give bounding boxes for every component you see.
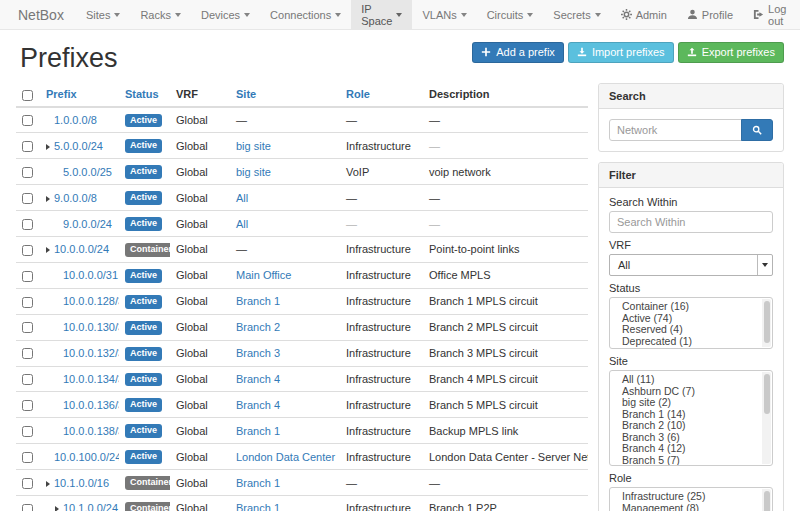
- prefix-link[interactable]: 9.0.0.0/24: [63, 218, 112, 230]
- select-option[interactable]: Reserved (4): [610, 324, 772, 336]
- select-option[interactable]: Branch 5 (7): [610, 455, 772, 467]
- row-checkbox[interactable]: [22, 348, 33, 359]
- select-option[interactable]: Active (74): [610, 313, 772, 325]
- select-option[interactable]: Deprecated (1): [610, 336, 772, 348]
- select-option[interactable]: Container (16): [610, 301, 772, 313]
- nav-item-secrets[interactable]: Secrets: [543, 0, 610, 29]
- expand-arrow-icon: [46, 144, 50, 150]
- prefix-link[interactable]: 10.0.0.138/31: [63, 425, 119, 437]
- row-checkbox[interactable]: [22, 271, 33, 282]
- select-option[interactable]: Infrastructure (25): [610, 491, 772, 503]
- select-option[interactable]: Branch 2 (10): [610, 420, 772, 432]
- select-option[interactable]: Management (8): [610, 503, 772, 511]
- nav-item-admin[interactable]: Admin: [611, 0, 677, 29]
- row-checkbox[interactable]: [22, 167, 33, 178]
- site-link[interactable]: Branch 4: [236, 373, 280, 385]
- prefix-link[interactable]: 5.0.0.0/24: [54, 140, 103, 152]
- select-option[interactable]: big site (2): [610, 397, 772, 409]
- site-multiselect[interactable]: All (11)Ashburn DC (7)big site (2)Branch…: [609, 370, 773, 466]
- row-checkbox[interactable]: [22, 115, 33, 126]
- scrollbar-thumb[interactable]: [764, 374, 770, 414]
- nav-item-connections[interactable]: Connections: [260, 0, 351, 29]
- nav-item-racks[interactable]: Racks: [130, 0, 191, 29]
- nav-item-sites[interactable]: Sites: [76, 0, 130, 29]
- column-header-role[interactable]: Role: [340, 83, 423, 107]
- site-link[interactable]: big site: [236, 166, 271, 178]
- prefix-link[interactable]: 10.0.0.0/31: [63, 269, 118, 281]
- row-checkbox[interactable]: [22, 245, 33, 256]
- status-label: Status: [609, 282, 773, 294]
- prefix-link[interactable]: 9.0.0.0/8: [54, 192, 97, 204]
- select-option[interactable]: Branch 3 (6): [610, 432, 772, 444]
- scrollbar-thumb[interactable]: [764, 301, 770, 343]
- search-button[interactable]: [741, 119, 773, 141]
- nav-item-vlans[interactable]: VLANs: [412, 0, 476, 29]
- site-link[interactable]: Branch 2: [236, 321, 280, 333]
- status-multiselect[interactable]: Container (16)Active (74)Reserved (4)Dep…: [609, 297, 773, 349]
- row-checkbox[interactable]: [22, 400, 33, 411]
- row-checkbox[interactable]: [22, 478, 33, 489]
- row-checkbox[interactable]: [22, 374, 33, 385]
- scrollbar[interactable]: [762, 299, 771, 347]
- import-prefixes-button[interactable]: Import prefixes: [568, 42, 674, 63]
- site-link[interactable]: Branch 3: [236, 347, 280, 359]
- prefix-link[interactable]: 10.0.0.136/31: [63, 399, 119, 411]
- prefix-link[interactable]: 10.0.0.132/31: [63, 347, 119, 359]
- scrollbar[interactable]: [762, 372, 771, 464]
- site-link[interactable]: All: [236, 218, 248, 230]
- prefix-link[interactable]: 10.0.100.0/24: [54, 451, 119, 463]
- column-header-prefix[interactable]: Prefix: [40, 83, 119, 107]
- scrollbar[interactable]: [762, 489, 771, 511]
- nav-item-circuits[interactable]: Circuits: [477, 0, 544, 29]
- scrollbar-thumb[interactable]: [764, 491, 770, 511]
- search-input[interactable]: [609, 119, 742, 141]
- row-checkbox[interactable]: [22, 193, 33, 204]
- row-checkbox[interactable]: [22, 452, 33, 463]
- site-link[interactable]: Branch 1: [236, 425, 280, 437]
- nav-item-ip-space[interactable]: IP Space: [351, 0, 412, 29]
- prefix-link[interactable]: 1.0.0.0/8: [54, 114, 97, 126]
- row-checkbox[interactable]: [22, 322, 33, 333]
- site-link[interactable]: All: [236, 192, 248, 204]
- site-link[interactable]: London Data Center: [236, 451, 335, 463]
- select-option[interactable]: Branch 1 (14): [610, 409, 772, 421]
- row-checkbox[interactable]: [22, 297, 33, 308]
- add-prefix-button[interactable]: Add a prefix: [472, 42, 564, 63]
- select-option[interactable]: Branch 4 (12): [610, 443, 772, 455]
- prefix-link[interactable]: 5.0.0.0/25: [63, 166, 112, 178]
- site-value: —: [236, 114, 247, 126]
- select-option[interactable]: Ashburn DC (7): [610, 386, 772, 398]
- row-checkbox[interactable]: [22, 504, 33, 511]
- prefix-link[interactable]: 10.0.0.130/31: [63, 321, 119, 333]
- role-label: Role: [609, 472, 773, 484]
- import-prefixes-label: Import prefixes: [592, 46, 665, 58]
- status-badge: Active: [125, 347, 162, 361]
- row-checkbox[interactable]: [22, 426, 33, 437]
- prefix-link[interactable]: 10.0.0.134/31: [63, 373, 119, 385]
- search-within-input[interactable]: [609, 211, 773, 233]
- column-header-site[interactable]: Site: [230, 83, 340, 107]
- select-option[interactable]: All (11): [610, 374, 772, 386]
- prefix-link[interactable]: 10.1.0.0/16: [54, 477, 109, 489]
- site-link[interactable]: Branch 1: [236, 295, 280, 307]
- nav-item-profile[interactable]: Profile: [677, 0, 743, 29]
- nav-item-devices[interactable]: Devices: [191, 0, 260, 29]
- site-link[interactable]: Main Office: [236, 269, 291, 281]
- column-header-status[interactable]: Status: [119, 83, 170, 107]
- prefix-link[interactable]: 10.0.0.128/31: [63, 295, 119, 307]
- site-link[interactable]: Branch 1: [236, 477, 280, 489]
- prefix-link[interactable]: 10.1.0.0/24: [63, 502, 118, 511]
- site-link[interactable]: Branch 4: [236, 399, 280, 411]
- vrf-select[interactable]: All: [609, 254, 773, 276]
- site-link[interactable]: Branch 1: [236, 502, 280, 511]
- row-checkbox[interactable]: [22, 219, 33, 230]
- select-all-checkbox[interactable]: [22, 90, 33, 101]
- vrf-value: Global: [176, 477, 208, 489]
- brand-logo[interactable]: NetBox: [10, 0, 76, 29]
- row-checkbox[interactable]: [22, 141, 33, 152]
- role-multiselect[interactable]: Infrastructure (25)Management (8)Private…: [609, 487, 773, 511]
- prefix-link[interactable]: 10.0.0.0/24: [54, 243, 109, 255]
- site-link[interactable]: big site: [236, 140, 271, 152]
- export-prefixes-button[interactable]: Export prefixes: [678, 42, 784, 63]
- nav-item-log-out[interactable]: Log out: [743, 0, 796, 29]
